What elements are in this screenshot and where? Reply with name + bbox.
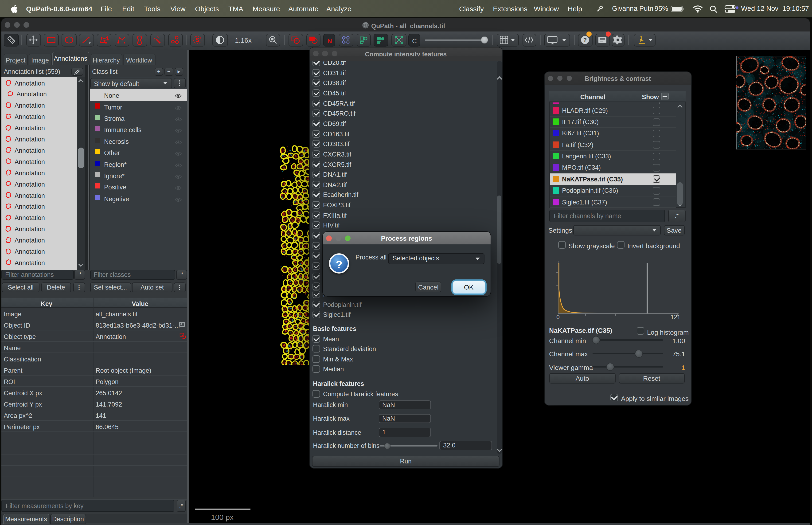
svg-text:S: S: [195, 37, 199, 44]
svg-text:0: 0: [556, 314, 560, 320]
svg-text:121: 121: [671, 314, 680, 320]
svg-text:?: ?: [583, 37, 587, 43]
